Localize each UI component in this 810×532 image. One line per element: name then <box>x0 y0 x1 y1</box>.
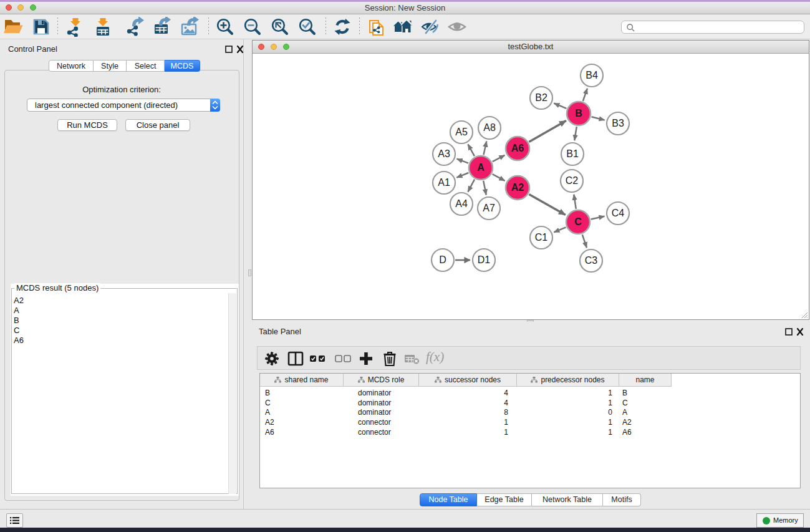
svg-text:B1: B1 <box>566 148 579 159</box>
svg-text:A1: A1 <box>438 177 450 188</box>
svg-text:A6: A6 <box>511 143 524 153</box>
svg-text:A3: A3 <box>438 148 450 159</box>
svg-text:A2: A2 <box>511 182 524 193</box>
svg-text:B: B <box>575 108 582 118</box>
svg-text:C2: C2 <box>566 175 579 186</box>
svg-text:D: D <box>439 254 446 265</box>
svg-text:B2: B2 <box>535 92 547 103</box>
svg-text:C1: C1 <box>535 232 548 243</box>
svg-text:A8: A8 <box>483 122 496 133</box>
svg-text:C3: C3 <box>585 255 598 266</box>
svg-text:C4: C4 <box>612 208 625 218</box>
svg-text:A5: A5 <box>455 127 468 137</box>
svg-text:C: C <box>574 216 582 227</box>
svg-text:A: A <box>477 162 485 173</box>
svg-text:A4: A4 <box>455 198 468 209</box>
svg-text:B3: B3 <box>612 118 624 128</box>
svg-text:D1: D1 <box>478 254 491 265</box>
svg-text:A7: A7 <box>483 203 495 213</box>
svg-text:B4: B4 <box>586 70 598 80</box>
